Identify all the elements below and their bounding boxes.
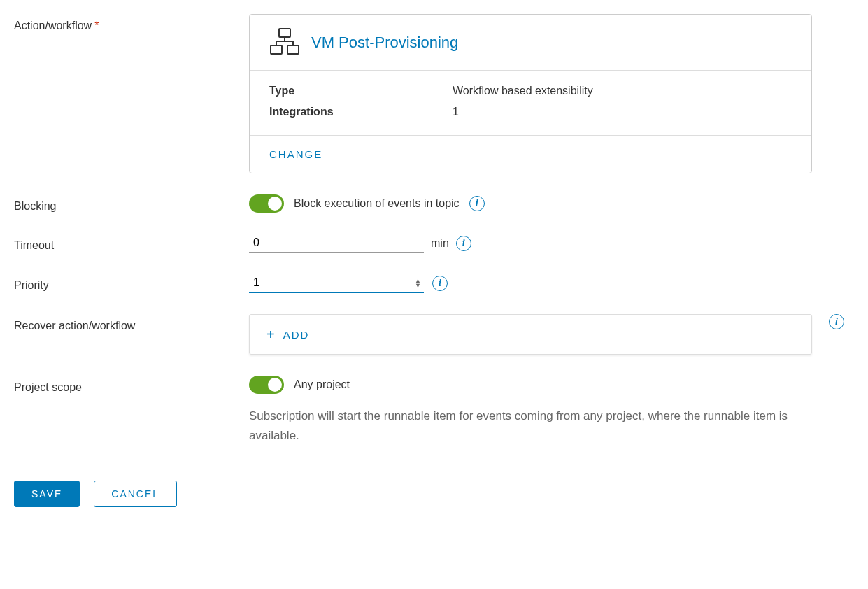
info-icon[interactable]: i [829,314,844,329]
required-indicator: * [94,20,99,31]
workflow-title[interactable]: VM Post-Provisioning [311,34,458,52]
info-icon[interactable]: i [432,276,448,291]
change-button[interactable]: CHANGE [269,148,322,160]
recover-card: + ADD [249,314,812,355]
info-icon[interactable]: i [469,196,485,211]
blocking-text: Block execution of events in topic [294,197,460,210]
svg-rect-1 [271,45,282,54]
workflow-type-label: Type [269,85,453,97]
project-scope-label: Project scope [14,376,249,394]
save-button[interactable]: SAVE [14,481,80,507]
blocking-toggle[interactable] [249,194,284,213]
priority-input[interactable] [249,274,424,293]
blocking-label: Blocking [14,194,249,213]
timeout-unit: min [431,237,449,250]
svg-rect-0 [279,29,290,37]
project-scope-toggle[interactable] [249,376,284,394]
workflow-integrations-value: 1 [453,106,459,118]
priority-label: Priority [14,274,249,292]
workflow-type-value: Workflow based extensibility [453,85,593,97]
workflow-integrations-label: Integrations [269,106,453,118]
timeout-input[interactable] [249,234,424,253]
svg-rect-2 [287,45,299,54]
workflow-icon [269,27,300,57]
number-stepper[interactable]: ▲▼ [415,278,421,288]
action-workflow-label: Action/workflow* [14,14,249,32]
workflow-card: VM Post-Provisioning Type Workflow based… [249,14,812,173]
plus-icon: + [266,327,276,341]
recover-label: Recover action/workflow [14,314,249,332]
info-icon[interactable]: i [456,236,471,251]
project-scope-text: Any project [294,378,350,391]
add-button[interactable]: + ADD [266,327,309,341]
add-button-label: ADD [283,329,310,341]
cancel-button[interactable]: CANCEL [94,481,177,507]
timeout-label: Timeout [14,234,249,252]
project-scope-description: Subscription will start the runnable ite… [249,406,802,446]
